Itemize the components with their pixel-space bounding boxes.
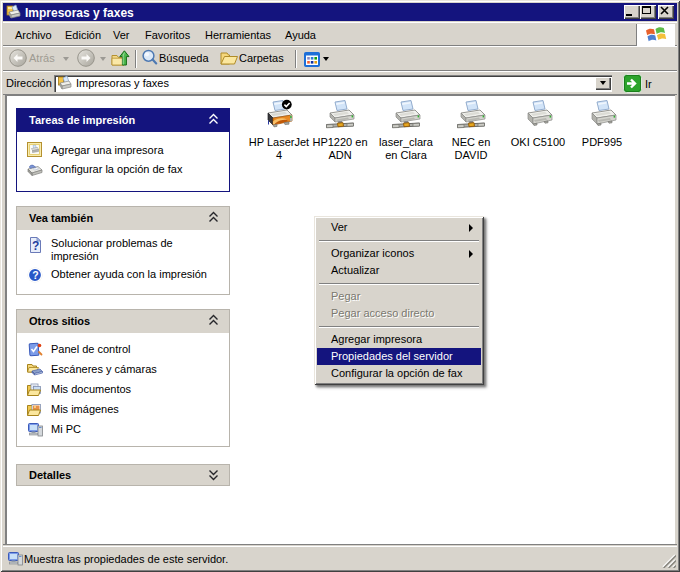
svg-text:?: ? bbox=[32, 239, 39, 253]
svg-text:?: ? bbox=[32, 269, 38, 281]
